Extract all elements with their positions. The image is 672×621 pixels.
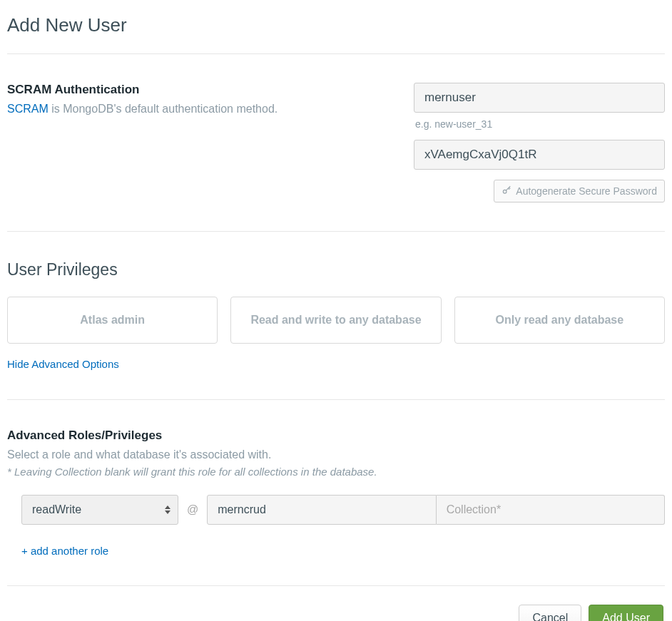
role-selected-label: readWrite [32, 503, 81, 516]
scram-link[interactable]: SCRAM [7, 103, 49, 115]
privileges-title: User Privileges [7, 260, 665, 279]
sort-icon [165, 505, 170, 514]
key-icon [502, 185, 511, 197]
advanced-description: Select a role and what database it's ass… [7, 448, 665, 461]
advanced-note: * Leaving Collection blank will grant th… [7, 466, 665, 478]
privilege-card-read-any[interactable]: Only read any database [454, 297, 665, 344]
add-user-button[interactable]: Add User [589, 605, 663, 621]
collection-input[interactable] [437, 495, 665, 525]
username-input[interactable] [414, 83, 665, 113]
auth-section: SCRAM Authentication SCRAM is MongoDB's … [7, 54, 665, 231]
page-title: Add New User [7, 14, 665, 36]
footer: Cancel Add User [7, 586, 665, 621]
database-input[interactable] [207, 495, 436, 525]
role-select[interactable]: readWrite [21, 495, 178, 525]
autogen-label: Autogenerate Secure Password [516, 185, 657, 197]
username-helper: e.g. new-user_31 [415, 118, 663, 130]
password-input[interactable] [414, 140, 665, 170]
advanced-section: Advanced Roles/Privileges Select a role … [7, 400, 665, 585]
autogenerate-password-button[interactable]: Autogenerate Secure Password [494, 180, 665, 202]
privilege-card-atlas-admin[interactable]: Atlas admin [7, 297, 218, 344]
role-row: readWrite @ [21, 495, 665, 525]
privileges-section: User Privileges Atlas admin Read and wri… [7, 232, 665, 399]
auth-description-text: is MongoDB's default authentication meth… [49, 103, 278, 115]
auth-title: SCRAM Authentication [7, 83, 414, 97]
auth-description: SCRAM is MongoDB's default authenticatio… [7, 103, 414, 116]
cancel-button[interactable]: Cancel [519, 605, 581, 621]
advanced-title: Advanced Roles/Privileges [7, 428, 665, 443]
privilege-card-read-write-any[interactable]: Read and write to any database [230, 297, 441, 344]
add-another-role-link[interactable]: + add another role [21, 545, 665, 557]
at-sign: @ [187, 503, 198, 516]
hide-advanced-link[interactable]: Hide Advanced Options [7, 358, 119, 370]
